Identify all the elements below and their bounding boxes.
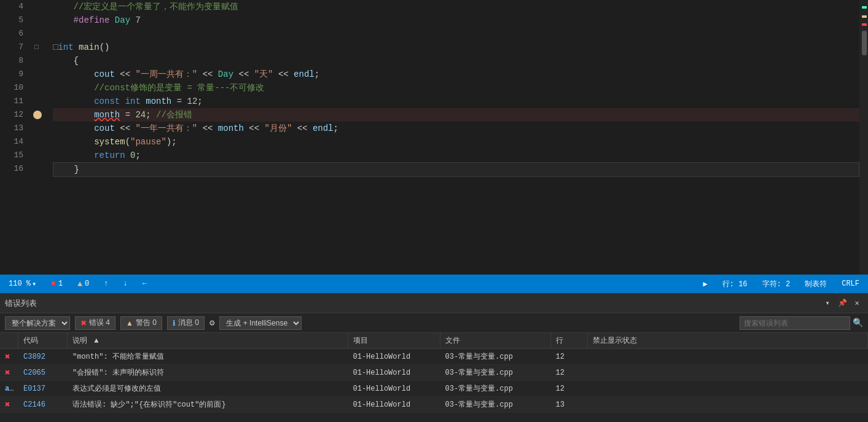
errors-filter-btn[interactable]: ✖ 错误 4 xyxy=(75,316,115,330)
filter-icon[interactable]: ⚙ xyxy=(209,318,214,328)
th-suppress[interactable]: 禁止显示状态 xyxy=(588,333,869,348)
ln-8: 8 xyxy=(5,54,23,68)
error-filter-icon: ✖ xyxy=(80,319,87,327)
td-suppress xyxy=(588,354,869,359)
nav-left[interactable]: ← xyxy=(140,275,149,293)
code-line-4: //宏定义是一个常量了，不能作为变量赋值 xyxy=(53,0,859,14)
th-desc[interactable]: 说明 ▲ xyxy=(68,333,348,348)
yellow-scroll-marker xyxy=(862,15,867,18)
code-line-11: const int month = 12; xyxy=(53,95,859,108)
zoom-control[interactable]: 110 % ▾ xyxy=(6,275,39,293)
td-code[interactable]: C2065 xyxy=(18,366,68,380)
ln-14: 14 xyxy=(5,135,23,149)
warnings-filter-label: 警告 0 xyxy=(136,318,157,328)
search-area: 🔍 xyxy=(740,316,863,330)
td-project: 01-HelloWorld xyxy=(348,398,440,412)
warning-icon: ▲ xyxy=(77,279,82,289)
td-icon: abc xyxy=(0,382,18,396)
ln-6: 6 xyxy=(5,27,23,41)
td-file: 03-常量与变量.cpp xyxy=(440,365,551,380)
nav-down[interactable]: ↓ xyxy=(121,275,130,293)
error-table[interactable]: 代码 说明 ▲ 项目 文件 行 禁止显示状态 ✖ C3892 "month": … xyxy=(0,333,868,422)
panel-close-icon[interactable]: ✕ xyxy=(851,297,863,310)
info-type-icon: abc xyxy=(5,385,18,393)
td-desc: "会报错": 未声明的标识符 xyxy=(68,365,348,380)
td-code[interactable]: C2146 xyxy=(18,398,68,412)
panel-header-right: ▾ 📌 ✕ xyxy=(821,297,863,310)
error-type-icon: ✖ xyxy=(5,368,10,378)
th-file[interactable]: 文件 xyxy=(440,333,551,348)
right-scrollbar[interactable] xyxy=(859,0,868,275)
play-icon[interactable]: ▶ xyxy=(701,279,710,289)
table-row[interactable]: ✖ C2146 语法错误: 缺少";"{在标识符"cout"的前面} 01-He… xyxy=(0,397,868,413)
code-content[interactable]: //宏定义是一个常量了，不能作为变量赋值 #define Day 7 □int … xyxy=(48,0,859,275)
ln-4: 4 xyxy=(5,0,23,14)
td-file: 03-常量与变量.cpp xyxy=(440,381,551,396)
red-scroll-marker xyxy=(862,23,867,26)
error-type-icon: ✖ xyxy=(5,352,10,362)
th-icon[interactable] xyxy=(0,333,18,348)
ln-11: 11 xyxy=(5,95,23,108)
table-row[interactable]: ✖ C3892 "month": 不能给常量赋值 01-HelloWorld 0… xyxy=(0,349,868,365)
ln-13: 13 xyxy=(5,122,23,135)
build-select[interactable]: 生成 + IntelliSense xyxy=(219,316,302,330)
gutter: □ xyxy=(31,0,48,275)
td-suppress xyxy=(588,386,869,391)
panel-pin-icon[interactable]: 📌 xyxy=(836,297,848,310)
td-desc: "month": 不能给常量赋值 xyxy=(68,349,348,364)
th-line[interactable]: 行 xyxy=(551,333,588,348)
errors-filter-label: 错误 4 xyxy=(89,318,110,328)
info-filter-icon: ℹ xyxy=(173,319,176,327)
code-line-8: { xyxy=(53,54,859,68)
info-filter-btn[interactable]: ℹ 消息 0 xyxy=(167,316,205,330)
line-numbers: 4 5 6 7 8 9 10 11 12 13 14 15 16 xyxy=(0,0,31,275)
code-line-14: system("pause"); xyxy=(53,135,859,149)
up-arrow-icon: ↑ xyxy=(104,279,108,288)
breakpoint-indicator xyxy=(33,111,42,119)
td-code[interactable]: C3892 xyxy=(18,350,68,364)
ln-12: 12 xyxy=(5,108,23,122)
td-code[interactable]: E0137 xyxy=(18,382,68,396)
td-suppress xyxy=(588,370,869,375)
search-error-input[interactable] xyxy=(740,316,850,330)
tab-label: 制表符 xyxy=(802,279,829,289)
th-project[interactable]: 项目 xyxy=(348,333,440,348)
td-line: 13 xyxy=(551,398,588,412)
error-icon: ✖ xyxy=(51,279,56,289)
table-row[interactable]: ✖ C2065 "会报错": 未声明的标识符 01-HelloWorld 03-… xyxy=(0,365,868,381)
nav-up[interactable]: ↑ xyxy=(101,275,111,293)
code-line-13: cout << "一年一共有：" << month << "月份" << end… xyxy=(53,122,859,135)
error-rows-container: ✖ C3892 "month": 不能给常量赋值 01-HelloWorld 0… xyxy=(0,349,868,413)
status-bar: 110 % ▾ ✖ 1 ▲ 0 ↑ ↓ ← ▶ 行: 16 字符: 2 制表符 … xyxy=(0,275,868,293)
editor-area: 4 5 6 7 8 9 10 11 12 13 14 15 16 □ //宏定义… xyxy=(0,0,868,275)
fold-icon[interactable]: □ xyxy=(34,41,39,54)
td-suppress xyxy=(588,402,869,407)
scope-select[interactable]: 整个解决方案 xyxy=(5,316,70,330)
error-panel: 错误列表 ▾ 📌 ✕ 整个解决方案 ✖ 错误 4 ▲ 警告 0 ℹ 消息 0 ⚙… xyxy=(0,293,868,422)
td-line: 12 xyxy=(551,382,588,396)
td-desc: 表达式必须是可修改的左值 xyxy=(68,381,348,396)
panel-dropdown-icon[interactable]: ▾ xyxy=(821,297,834,310)
warning-count[interactable]: ▲ 0 xyxy=(75,275,92,293)
code-line-5: #define Day 7 xyxy=(53,14,859,27)
scrollbar-thumb[interactable] xyxy=(862,31,867,55)
table-row[interactable]: abc E0137 表达式必须是可修改的左值 01-HelloWorld 03-… xyxy=(0,381,868,397)
code-line-12: month = 24; //会报错 xyxy=(53,108,859,122)
green-scroll-marker xyxy=(862,6,867,9)
td-icon: ✖ xyxy=(0,349,18,364)
error-type-icon: ✖ xyxy=(5,400,10,410)
td-project: 01-HelloWorld xyxy=(348,350,440,364)
code-line-16: } xyxy=(53,162,859,177)
search-icon[interactable]: 🔍 xyxy=(853,318,863,328)
td-line: 12 xyxy=(551,366,588,380)
code-line-6 xyxy=(53,27,859,41)
error-count[interactable]: ✖ 1 xyxy=(49,275,65,293)
ln-10: 10 xyxy=(5,81,23,95)
td-line: 12 xyxy=(551,350,588,364)
th-code[interactable]: 代码 xyxy=(18,333,68,348)
panel-header: 错误列表 ▾ 📌 ✕ xyxy=(0,294,868,313)
td-icon: ✖ xyxy=(0,397,18,412)
warnings-filter-btn[interactable]: ▲ 警告 0 xyxy=(120,316,162,330)
warning-filter-icon: ▲ xyxy=(126,319,133,327)
td-file: 03-常量与变量.cpp xyxy=(440,397,551,412)
